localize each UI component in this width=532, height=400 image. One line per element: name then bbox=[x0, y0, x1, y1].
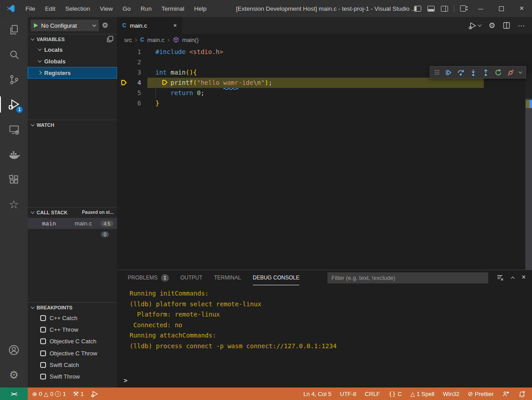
cursor-position[interactable]: Ln 4, Col 5 bbox=[303, 391, 331, 397]
menu-view[interactable]: View bbox=[95, 3, 118, 14]
problems-status[interactable]: ⊗ 0 △ 0 i 1 bbox=[32, 391, 66, 397]
toggle-sidebar-icon[interactable] bbox=[411, 0, 424, 17]
debug-config-dropdown[interactable]: No Configurat bbox=[31, 20, 99, 31]
chevron-down-icon bbox=[31, 305, 34, 308]
menu-terminal[interactable]: Terminal bbox=[156, 3, 189, 14]
encoding[interactable]: UTF-8 bbox=[340, 391, 356, 397]
toggle-secondary-sidebar-icon[interactable] bbox=[438, 0, 451, 17]
formatter-status[interactable]: ⊘ Prettier bbox=[468, 390, 494, 397]
debug-console-input[interactable]: > bbox=[117, 375, 532, 385]
toggle-panel-icon[interactable] bbox=[424, 0, 438, 17]
customize-layout-icon[interactable] bbox=[457, 0, 470, 17]
variables-scope-globals[interactable]: Globals bbox=[28, 55, 117, 67]
breakpoint-objc-throw[interactable]: Objective C Throw bbox=[28, 347, 117, 359]
checkbox[interactable] bbox=[40, 350, 46, 356]
call-stack-section-header[interactable]: CALL STACK Paused on st... bbox=[28, 207, 117, 217]
debug-status-icon[interactable] bbox=[91, 390, 98, 398]
run-or-debug-button[interactable] bbox=[468, 21, 481, 30]
menu-run[interactable]: Run bbox=[136, 3, 157, 14]
breadcrumb-file[interactable]: main.c bbox=[147, 37, 164, 43]
activity-docker-icon[interactable] bbox=[0, 142, 28, 167]
variables-scope-locals[interactable]: Locals bbox=[28, 44, 117, 55]
scrollbar-slider[interactable] bbox=[525, 99, 532, 270]
maximize-button[interactable] bbox=[491, 0, 511, 17]
breakpoint-cpp-throw[interactable]: C++ Throw bbox=[28, 324, 117, 335]
tab-terminal[interactable]: TERMINAL bbox=[214, 270, 241, 285]
close-panel-icon[interactable]: × bbox=[522, 273, 526, 281]
toolchain-status[interactable]: ⚒ 1 bbox=[73, 390, 84, 397]
tab-main-c[interactable]: C main.c × bbox=[117, 17, 182, 34]
checkbox[interactable] bbox=[40, 338, 46, 344]
console-filter-input[interactable] bbox=[327, 272, 488, 283]
start-debug-icon[interactable] bbox=[34, 23, 38, 28]
menu-help[interactable]: Help bbox=[189, 3, 211, 14]
collapse-all-icon[interactable] bbox=[107, 36, 113, 42]
checkbox[interactable] bbox=[40, 374, 46, 379]
breakpoint-swift-throw[interactable]: Swift Throw bbox=[28, 371, 117, 382]
debug-step-out-icon[interactable] bbox=[482, 68, 490, 77]
notifications-bell-icon[interactable] bbox=[518, 390, 526, 398]
spell-checker-status[interactable]: △ 1 Spell bbox=[411, 391, 435, 397]
chevron-down-icon[interactable] bbox=[519, 70, 522, 73]
activity-run-debug-icon[interactable]: 1 bbox=[0, 92, 28, 117]
activity-remote-explorer-icon[interactable] bbox=[0, 117, 28, 142]
checkbox[interactable] bbox=[40, 327, 46, 333]
chevron-right-icon: › bbox=[168, 36, 170, 43]
call-stack-frame[interactable]: main main.c 4:5 bbox=[28, 218, 117, 229]
feedback-icon[interactable] bbox=[502, 390, 510, 398]
activity-source-control-icon[interactable] bbox=[0, 67, 28, 92]
clear-console-icon[interactable] bbox=[496, 274, 504, 281]
checkbox[interactable] bbox=[40, 362, 46, 368]
settings-gear-icon[interactable]: ⚙ bbox=[0, 362, 28, 388]
editor-settings-gear-icon[interactable]: ⚙ bbox=[489, 22, 495, 29]
menu-go[interactable]: Go bbox=[118, 3, 136, 14]
debug-console-output[interactable]: Running initCommands: (lldb) platform se… bbox=[117, 288, 523, 374]
toolbar-drag-grip[interactable] bbox=[434, 69, 440, 75]
activity-explorer-icon[interactable] bbox=[0, 17, 28, 42]
menu-edit[interactable]: Edit bbox=[40, 3, 60, 14]
debug-step-into-icon[interactable] bbox=[469, 68, 478, 77]
variables-section-header[interactable]: VARIABLES bbox=[28, 34, 117, 44]
breakpoint-swift-catch[interactable]: Swift Catch bbox=[28, 359, 117, 371]
variables-scope-registers[interactable]: Registers bbox=[28, 67, 117, 79]
code-editor[interactable]: 1#include <stdio.h> 2 3int main(){ 4 pri… bbox=[117, 46, 532, 270]
breakpoint-cpp-catch[interactable]: C++ Catch bbox=[28, 312, 117, 324]
close-window-button[interactable]: × bbox=[511, 0, 532, 17]
debug-config-label: No Configurat bbox=[41, 22, 90, 29]
breadcrumb-folder[interactable]: src bbox=[124, 37, 132, 43]
status-left: ⊗ 0 △ 0 i 1 ⚒ 1 bbox=[28, 390, 98, 398]
debug-toolbar bbox=[430, 66, 526, 79]
debug-continue-icon[interactable] bbox=[444, 68, 452, 77]
more-actions-icon[interactable]: ⋯ bbox=[518, 21, 525, 30]
eol-sequence[interactable]: CRLF bbox=[365, 391, 380, 397]
watch-section-header[interactable]: WATCH bbox=[28, 120, 117, 129]
inline-breakpoint-arrow-icon[interactable] bbox=[162, 79, 168, 86]
activity-favorites-icon[interactable]: ☆ bbox=[0, 192, 28, 217]
menu-selection[interactable]: Selection bbox=[60, 3, 95, 14]
breadcrumb-symbol[interactable]: main() bbox=[182, 37, 199, 43]
menu-file[interactable]: File bbox=[21, 3, 40, 14]
breakpoints-section-header[interactable]: BREAKPOINTS bbox=[28, 302, 117, 312]
minimize-button[interactable]: ─ bbox=[470, 0, 491, 17]
tab-problems[interactable]: PROBLEMS 1 bbox=[128, 270, 169, 285]
platform-target[interactable]: Win32 bbox=[443, 391, 460, 397]
maximize-panel-icon[interactable] bbox=[511, 277, 514, 280]
debug-current-frame-arrow-icon[interactable] bbox=[121, 79, 128, 86]
overview-ruler[interactable] bbox=[525, 74, 532, 270]
debug-disconnect-icon[interactable] bbox=[507, 68, 515, 77]
split-editor-icon[interactable] bbox=[503, 22, 510, 29]
account-icon[interactable] bbox=[0, 338, 28, 362]
tab-debug-console[interactable]: DEBUG CONSOLE bbox=[253, 270, 300, 285]
close-tab-icon[interactable]: × bbox=[173, 22, 177, 29]
debug-step-over-icon[interactable] bbox=[457, 68, 465, 77]
tab-output[interactable]: OUTPUT bbox=[180, 270, 202, 285]
code-line-4: 4 printf("hello wamr-ide\n"); bbox=[117, 78, 532, 88]
breakpoint-objc-catch[interactable]: Objective C Catch bbox=[28, 336, 117, 347]
debug-settings-gear-icon[interactable]: ⚙ bbox=[102, 22, 108, 29]
activity-search-icon[interactable] bbox=[0, 42, 28, 67]
activity-extensions-icon[interactable] bbox=[0, 167, 28, 192]
debug-restart-icon[interactable] bbox=[494, 68, 503, 77]
checkbox[interactable] bbox=[40, 315, 46, 321]
language-mode[interactable]: {} C bbox=[389, 391, 402, 397]
remote-indicator[interactable]: >< bbox=[0, 388, 28, 400]
